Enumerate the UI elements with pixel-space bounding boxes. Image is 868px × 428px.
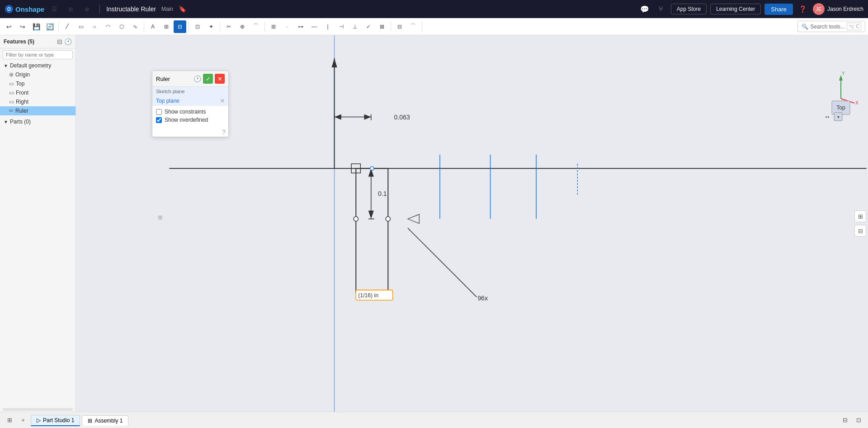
sidebar-history-icon[interactable]: 🕐	[64, 38, 72, 45]
tab-assembly[interactable]: ⊞ Assembly 1	[82, 415, 128, 426]
show-constraints-checkbox[interactable]	[156, 109, 162, 115]
ruler-label: Ruler	[15, 108, 28, 114]
appstore-button[interactable]: App Store	[671, 4, 707, 14]
transform-tool[interactable]: ✦	[205, 20, 217, 33]
hamburger-menu[interactable]: ☰	[48, 3, 61, 15]
rectangle-tool[interactable]: ▭	[75, 20, 87, 33]
sep-line[interactable]: |	[321, 20, 334, 33]
tree-item-right[interactable]: ▭ Right	[0, 97, 75, 106]
centerline-tool[interactable]: ⊶	[294, 20, 307, 33]
label-96x: 96x	[477, 295, 488, 302]
polygon-tool[interactable]: ⬡	[115, 20, 128, 33]
grid-tool[interactable]: ⊟	[174, 20, 186, 33]
features-title: Features (5)	[4, 38, 34, 45]
default-geometry-section: ▼ Default geometry ⊕ Origin ▭ Top ▭ Fron…	[0, 61, 75, 106]
tree-item-front[interactable]: ▭ Front	[0, 88, 75, 97]
learning-button[interactable]: Learning Center	[710, 4, 761, 14]
equal-tool[interactable]: ✓	[362, 20, 375, 33]
bottom-right-btn2[interactable]: ⊡	[853, 414, 864, 426]
brand-logo: O Onshape	[5, 5, 44, 14]
branch-button[interactable]: ⑂	[655, 3, 667, 15]
doc-title: Instructable Ruler	[106, 5, 156, 13]
undo-button[interactable]: ↩	[3, 20, 15, 33]
point-tool[interactable]: ·	[281, 20, 293, 33]
canvas-area[interactable]: Ruler 🕐 ✓ ✕ Sketch plane Top plane ✕ Sho…	[76, 35, 868, 412]
sketch-confirm-button[interactable]: ✓	[203, 74, 213, 84]
midpoint-tool[interactable]: —	[308, 20, 321, 33]
parts-label[interactable]: ▼ Parts (0)	[0, 117, 75, 126]
sketch-panel-title: Ruler	[156, 76, 170, 82]
help-button[interactable]: ❓	[797, 3, 809, 15]
filter-input[interactable]	[3, 50, 73, 59]
share-button[interactable]: Share	[764, 4, 793, 15]
sketch-panel: Ruler 🕐 ✓ ✕ Sketch plane Top plane ✕ Sho…	[152, 71, 229, 137]
tree-item-top[interactable]: ▭ Top	[0, 79, 75, 88]
sketch-clock-button[interactable]: 🕐	[193, 74, 201, 84]
arc-tool[interactable]: ◠	[102, 20, 114, 33]
clear-plane-button[interactable]: ✕	[220, 98, 225, 104]
parts-section: ▼ Parts (0)	[0, 117, 75, 126]
tree-item-origin[interactable]: ⊕ Origin	[0, 70, 75, 79]
graph-button[interactable]: ⊞	[64, 3, 77, 15]
reload-button[interactable]: 🔄	[43, 20, 56, 33]
align-tool[interactable]: ⊣	[335, 20, 348, 33]
sketch-plane-value: Top plane	[156, 98, 179, 104]
dimension-top-label: 0.063	[394, 114, 410, 121]
bottom-settings-button[interactable]: ⊞	[4, 414, 15, 426]
dimension-bottom-label: (1/16) in	[358, 292, 378, 299]
chat-button[interactable]: 💬	[638, 3, 651, 15]
view-settings-button[interactable]: ▾	[834, 112, 843, 121]
sketch-cancel-button[interactable]: ✕	[215, 74, 225, 84]
search-label: Search tools...	[810, 24, 845, 30]
sidebar-filter-icon[interactable]: ⊟	[57, 38, 62, 45]
view-cube[interactable]: Y X Top ↔ ▾	[823, 71, 859, 126]
move-tool[interactable]: ⊞	[267, 20, 280, 33]
fillet-tool[interactable]: ⌒	[250, 20, 262, 33]
dimension-vertical-label: 0.1	[378, 190, 387, 197]
mirror-tool[interactable]: ⊟	[393, 20, 406, 33]
tab-assembly-label: Assembly 1	[94, 418, 123, 424]
topbar: O Onshape ☰ ⊞ ⊕ Instructable Ruler Main …	[0, 0, 868, 18]
show-overdefined-checkbox[interactable]	[156, 117, 162, 123]
svg-line-23	[408, 228, 476, 297]
bottom-right-btn1[interactable]: ⊟	[839, 414, 851, 426]
separator6	[391, 22, 391, 32]
right-panel-btn2[interactable]: ⊟	[854, 225, 866, 237]
image-tool[interactable]: ⊞	[160, 20, 173, 33]
default-geometry-label[interactable]: ▼ Default geometry	[0, 61, 75, 70]
sidebar: Features (5) ⊟ 🕐 ▼ Default geometry ⊕ Or…	[0, 35, 76, 412]
pattern-tool[interactable]: ⌒	[407, 20, 420, 33]
dimension-tool[interactable]: ⊠	[376, 20, 388, 33]
tab-part-studio[interactable]: ▷ Part Studio 1	[31, 415, 80, 426]
search-tools-area[interactable]: 🔍 Search tools... ⌥ C	[797, 21, 865, 32]
svg-marker-12	[335, 114, 341, 120]
symmetry-tool[interactable]: ⊥	[349, 20, 361, 33]
add-tab-button[interactable]: +	[17, 414, 29, 426]
save-button[interactable]: 💾	[30, 20, 42, 33]
tree-item-ruler[interactable]: ✏ Ruler	[0, 106, 75, 115]
trim-tool[interactable]: ✂	[222, 20, 235, 33]
svg-text:≡: ≡	[158, 213, 163, 222]
separator5	[264, 22, 265, 32]
spline-tool[interactable]: ∿	[129, 20, 142, 33]
redo-button[interactable]: ↪	[16, 20, 29, 33]
line-tool[interactable]: ⁄	[61, 20, 74, 33]
right-label: Right	[16, 99, 28, 105]
sketch-plane-row: Sketch plane	[152, 87, 228, 96]
svg-text:Y: Y	[842, 71, 845, 76]
rotate-left-button[interactable]: ↔	[823, 112, 832, 121]
svg-text:▾: ▾	[837, 114, 840, 119]
right-panel-btn1[interactable]: ⊞	[854, 210, 866, 222]
svg-point-25	[354, 217, 358, 221]
circle-tool[interactable]: ○	[88, 20, 101, 33]
settings-button[interactable]: ⊕	[80, 3, 93, 15]
origin-icon: ⊕	[9, 71, 14, 78]
show-constraints-row: Show constraints	[156, 109, 225, 115]
text-tool[interactable]: A	[146, 20, 159, 33]
extend-tool[interactable]: ⊕	[236, 20, 249, 33]
offset-tool[interactable]: ⊡	[191, 20, 204, 33]
sketch-help-icon[interactable]: ?	[222, 128, 226, 136]
user-name: Jason Erdreich	[827, 6, 863, 12]
svg-marker-13	[364, 114, 371, 120]
user-avatar: JE	[813, 3, 825, 15]
